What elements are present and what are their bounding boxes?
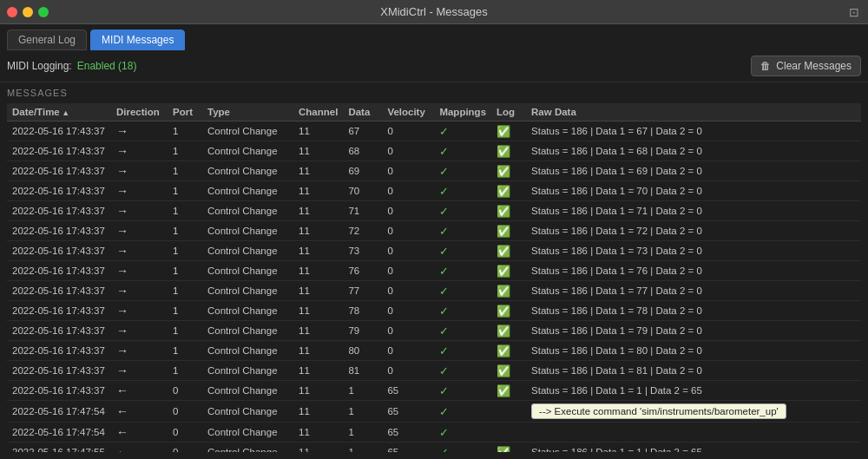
clear-button-label: Clear Messages <box>776 60 852 72</box>
cell-port: 1 <box>168 221 202 241</box>
cell-rawdata: Status = 186 | Data 1 = 68 | Data 2 = 0 <box>526 141 861 161</box>
col-header-mappings[interactable]: Mappings <box>434 103 491 121</box>
cell-rawdata: Status = 186 | Data 1 = 79 | Data 2 = 0 <box>526 321 861 341</box>
col-header-log[interactable]: Log <box>491 103 526 121</box>
table-row: 2022-05-16 17:43:37 → 1 Control Change 1… <box>7 281 861 301</box>
cell-mappings: ✓ <box>434 301 491 321</box>
col-header-velocity[interactable]: Velocity <box>382 103 434 121</box>
tab-general-log[interactable]: General Log <box>7 30 87 50</box>
cell-data: 78 <box>343 301 382 321</box>
messages-section: MESSAGES <box>0 82 868 103</box>
cell-mappings: ✓ <box>434 443 491 453</box>
window-resize-icon[interactable]: ⊡ <box>847 5 861 19</box>
cell-datetime: 2022-05-16 17:43:37 <box>7 161 111 181</box>
cell-direction: → <box>111 201 168 221</box>
mappings-check: ✓ <box>439 165 449 178</box>
cell-velocity: 0 <box>382 361 434 381</box>
mappings-check: ✓ <box>439 285 449 298</box>
table-row: 2022-05-16 17:43:37 ← 0 Control Change 1… <box>7 381 861 401</box>
direction-arrow-out: → <box>116 244 128 258</box>
traffic-lights <box>7 7 49 17</box>
cell-log: ✅ <box>491 443 526 453</box>
table-row: 2022-05-16 17:43:37 → 1 Control Change 1… <box>7 301 861 321</box>
log-check: ✅ <box>496 225 510 238</box>
cell-log <box>491 401 526 423</box>
mappings-check: ✓ <box>439 325 449 338</box>
cell-port: 1 <box>168 301 202 321</box>
log-check: ✅ <box>496 185 510 198</box>
mappings-check: ✓ <box>439 384 449 397</box>
direction-arrow-out: → <box>116 184 128 198</box>
col-header-type[interactable]: Type <box>202 103 293 121</box>
cell-velocity: 0 <box>382 161 434 181</box>
cell-log: ✅ <box>491 361 526 381</box>
cell-channel: 11 <box>293 261 343 281</box>
cell-channel: 11 <box>293 423 343 443</box>
cell-direction: ← <box>111 381 168 401</box>
cell-datetime: 2022-05-16 17:47:54 <box>7 401 111 423</box>
cell-rawdata: Status = 186 | Data 1 = 71 | Data 2 = 0 <box>526 201 861 221</box>
cell-velocity: 0 <box>382 121 434 141</box>
cell-type: Control Change <box>202 381 293 401</box>
col-header-data[interactable]: Data <box>343 103 382 121</box>
cell-velocity: 0 <box>382 281 434 301</box>
cell-log: ✅ <box>491 161 526 181</box>
close-button[interactable] <box>7 7 17 17</box>
tab-bar: General Log MIDI Messages <box>0 24 868 50</box>
cell-data: 79 <box>343 321 382 341</box>
log-check: ✅ <box>496 145 510 158</box>
table-row: 2022-05-16 17:43:37 → 1 Control Change 1… <box>7 121 861 141</box>
cell-rawdata <box>526 423 861 443</box>
cell-data: 69 <box>343 161 382 181</box>
log-check: ✅ <box>496 125 510 138</box>
mappings-check: ✓ <box>439 245 449 258</box>
table-row: 2022-05-16 17:43:37 → 1 Control Change 1… <box>7 361 861 381</box>
cell-channel: 11 <box>293 121 343 141</box>
direction-arrow-out: → <box>116 124 128 138</box>
mappings-check: ✓ <box>439 125 449 138</box>
cell-mappings: ✓ <box>434 121 491 141</box>
clear-messages-button[interactable]: 🗑 Clear Messages <box>751 56 861 76</box>
cell-log: ✅ <box>491 281 526 301</box>
col-header-rawdata[interactable]: Raw Data <box>526 103 861 121</box>
table-row: 2022-05-16 17:43:37 → 1 Control Change 1… <box>7 261 861 281</box>
cell-log: ✅ <box>491 341 526 361</box>
cell-type: Control Change <box>202 221 293 241</box>
window-title: XMidiCtrl - Messages <box>380 5 488 18</box>
cell-log: ✅ <box>491 321 526 341</box>
cell-mappings: ✓ <box>434 181 491 201</box>
mappings-check: ✓ <box>439 344 449 357</box>
cell-data: 1 <box>343 423 382 443</box>
cell-port: 1 <box>168 321 202 341</box>
cell-datetime: 2022-05-16 17:43:37 <box>7 281 111 301</box>
cell-datetime: 2022-05-16 17:43:37 <box>7 121 111 141</box>
log-check: ✅ <box>496 265 510 278</box>
cell-log: ✅ <box>491 201 526 221</box>
col-header-direction[interactable]: Direction <box>111 103 168 121</box>
table-container[interactable]: Date/Time Direction Port Type Channel Da… <box>7 103 861 452</box>
cell-mappings: ✓ <box>434 221 491 241</box>
minimize-button[interactable] <box>23 7 33 17</box>
log-check: ✅ <box>496 384 510 397</box>
col-header-port[interactable]: Port <box>168 103 202 121</box>
col-header-datetime[interactable]: Date/Time <box>7 103 111 121</box>
maximize-button[interactable] <box>38 7 49 17</box>
trash-icon: 🗑 <box>760 60 771 72</box>
cell-data: 67 <box>343 121 382 141</box>
cell-log: ✅ <box>491 121 526 141</box>
log-check: ✅ <box>496 165 510 178</box>
cell-type: Control Change <box>202 121 293 141</box>
cell-type: Control Change <box>202 261 293 281</box>
cell-data: 1 <box>343 401 382 423</box>
col-header-channel[interactable]: Channel <box>293 103 343 121</box>
cell-channel: 11 <box>293 401 343 423</box>
cell-rawdata: Status = 186 | Data 1 = 70 | Data 2 = 0 <box>526 181 861 201</box>
cell-type: Control Change <box>202 201 293 221</box>
cell-mappings: ✓ <box>434 361 491 381</box>
cell-port: 1 <box>168 161 202 181</box>
direction-arrow-in: ← <box>116 425 128 439</box>
cell-channel: 11 <box>293 381 343 401</box>
cell-mappings: ✓ <box>434 281 491 301</box>
tab-midi-messages[interactable]: MIDI Messages <box>90 30 185 50</box>
cell-mappings: ✓ <box>434 241 491 261</box>
